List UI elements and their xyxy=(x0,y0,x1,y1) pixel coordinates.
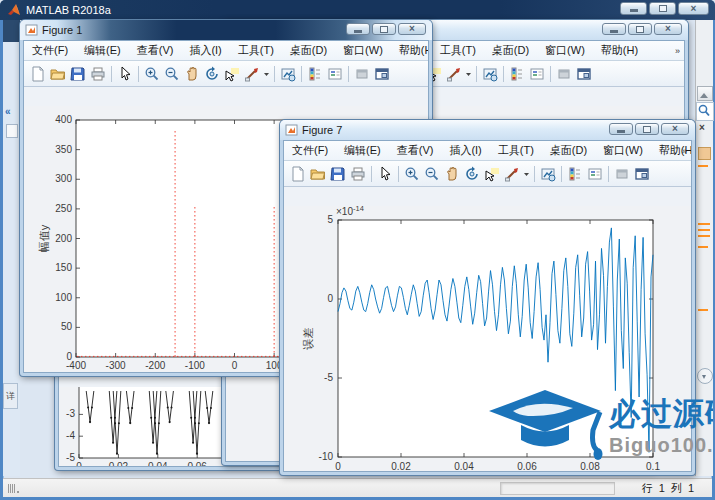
insert-legend-icon[interactable] xyxy=(527,64,547,84)
menu-item-5[interactable]: 桌面(D) xyxy=(542,143,595,158)
dropdown-caret-icon[interactable] xyxy=(464,64,473,84)
menu-overflow-chevron[interactable]: » xyxy=(675,46,680,56)
menu-item-7[interactable]: 帮助(H) xyxy=(593,43,646,58)
menu-item-1[interactable]: 编辑(E) xyxy=(336,143,389,158)
message-bar-summary[interactable] xyxy=(698,147,711,160)
warning-marker[interactable] xyxy=(698,223,710,225)
close-button[interactable]: × xyxy=(398,23,426,35)
minimize-button[interactable] xyxy=(609,123,633,135)
svg-text:-5: -5 xyxy=(324,372,333,383)
dock-gray-icon[interactable] xyxy=(352,64,372,84)
pan-icon[interactable] xyxy=(442,164,462,184)
save-icon[interactable] xyxy=(68,64,88,84)
dock-window-icon[interactable] xyxy=(632,164,652,184)
menu-item-0[interactable]: 文件(F) xyxy=(284,143,336,158)
figure1-titlebar[interactable]: Figure 1 × xyxy=(20,20,432,40)
svg-text:0.02: 0.02 xyxy=(391,461,411,472)
warning-marker[interactable] xyxy=(698,246,708,248)
main-titlebar[interactable]: MATLAB R2018a × xyxy=(0,0,715,20)
link-plot-icon[interactable] xyxy=(538,164,558,184)
insert-legend-icon[interactable] xyxy=(325,64,345,84)
zoom-out-icon[interactable] xyxy=(422,164,442,184)
collapse-panel-button[interactable] xyxy=(697,368,713,384)
warning-marker[interactable] xyxy=(698,165,708,167)
toolbar-separator xyxy=(138,66,139,82)
svg-text:0.04: 0.04 xyxy=(454,461,474,472)
dropdown-caret-icon[interactable] xyxy=(522,164,531,184)
insert-legend-icon[interactable] xyxy=(585,164,605,184)
rotate-3d-icon[interactable] xyxy=(462,164,482,184)
menu-item-4[interactable]: 工具(T) xyxy=(230,43,282,58)
maximize-button[interactable] xyxy=(628,23,652,35)
matlab-logo-icon xyxy=(7,3,21,17)
svg-text:100: 100 xyxy=(55,292,72,303)
warning-marker[interactable] xyxy=(698,235,710,237)
brush-icon[interactable] xyxy=(444,64,464,84)
brush-icon[interactable] xyxy=(242,64,262,84)
dropdown-caret-icon[interactable] xyxy=(262,64,271,84)
insert-colorbar-icon[interactable] xyxy=(565,164,585,184)
menu-item-6[interactable]: 窗口(W) xyxy=(595,143,651,158)
scroll-up-button[interactable] xyxy=(697,86,713,101)
new-document-icon[interactable] xyxy=(28,64,48,84)
edit-cursor-icon[interactable] xyxy=(375,164,395,184)
close-button[interactable]: × xyxy=(661,123,689,135)
pan-icon[interactable] xyxy=(182,64,202,84)
menu-item-6[interactable]: 窗口(W) xyxy=(335,43,391,58)
dock-gray-icon[interactable] xyxy=(612,164,632,184)
menu-item-3[interactable]: 插入(I) xyxy=(181,43,229,58)
collapse-left-chevron-icon[interactable]: « xyxy=(5,106,11,117)
warning-marker[interactable] xyxy=(698,309,708,311)
zoom-out-icon[interactable] xyxy=(162,64,182,84)
maximize-button[interactable] xyxy=(635,123,659,135)
menu-overflow-chevron[interactable]: » xyxy=(682,146,687,156)
minimize-button[interactable] xyxy=(346,23,370,35)
zoom-in-icon[interactable] xyxy=(142,64,162,84)
dock-gray-icon[interactable] xyxy=(554,64,574,84)
zoom-in-icon[interactable] xyxy=(402,164,422,184)
maximize-button[interactable] xyxy=(372,23,396,35)
menu-item-7[interactable]: 帮助(H) xyxy=(391,43,429,58)
details-panel-tab[interactable]: 详 xyxy=(3,383,18,409)
warning-marker[interactable] xyxy=(698,229,710,231)
maximize-button[interactable] xyxy=(649,2,676,15)
edit-cursor-icon[interactable] xyxy=(115,64,135,84)
menu-item-1[interactable]: 编辑(E) xyxy=(76,43,129,58)
open-folder-icon[interactable] xyxy=(48,64,68,84)
row-label: 行 xyxy=(642,481,653,496)
save-icon[interactable] xyxy=(328,164,348,184)
editor-search-icon[interactable] xyxy=(696,102,714,121)
menu-item-4[interactable]: 工具(T) xyxy=(432,43,484,58)
panel-mini-icon[interactable] xyxy=(6,124,18,138)
data-cursor-icon[interactable] xyxy=(482,164,502,184)
menu-item-0[interactable]: 文件(F) xyxy=(24,43,76,58)
minimize-button[interactable] xyxy=(620,2,647,15)
open-folder-icon[interactable] xyxy=(308,164,328,184)
menu-item-5[interactable]: 桌面(D) xyxy=(282,43,335,58)
close-button[interactable]: × xyxy=(678,2,709,15)
menu-item-3[interactable]: 插入(I) xyxy=(441,143,489,158)
brush-icon[interactable] xyxy=(502,164,522,184)
figure-icon xyxy=(25,24,38,36)
dock-window-icon[interactable] xyxy=(372,64,392,84)
figure-toolbar xyxy=(24,61,428,87)
close-button[interactable]: × xyxy=(654,23,682,35)
close-doc-icon[interactable]: × xyxy=(699,122,705,133)
print-icon[interactable] xyxy=(88,64,108,84)
menu-item-4[interactable]: 工具(T) xyxy=(490,143,542,158)
menu-item-2[interactable]: 查看(V) xyxy=(389,143,442,158)
new-document-icon[interactable] xyxy=(288,164,308,184)
figure7-titlebar[interactable]: Figure 7 × xyxy=(280,120,695,140)
print-icon[interactable] xyxy=(348,164,368,184)
menu-item-5[interactable]: 桌面(D) xyxy=(484,43,537,58)
link-plot-icon[interactable] xyxy=(278,64,298,84)
minimize-button[interactable] xyxy=(602,23,626,35)
insert-colorbar-icon[interactable] xyxy=(507,64,527,84)
insert-colorbar-icon[interactable] xyxy=(305,64,325,84)
dock-window-icon[interactable] xyxy=(574,64,594,84)
menu-item-6[interactable]: 窗口(W) xyxy=(537,43,593,58)
rotate-3d-icon[interactable] xyxy=(202,64,222,84)
link-plot-icon[interactable] xyxy=(480,64,500,84)
data-cursor-icon[interactable] xyxy=(222,64,242,84)
menu-item-2[interactable]: 查看(V) xyxy=(129,43,182,58)
